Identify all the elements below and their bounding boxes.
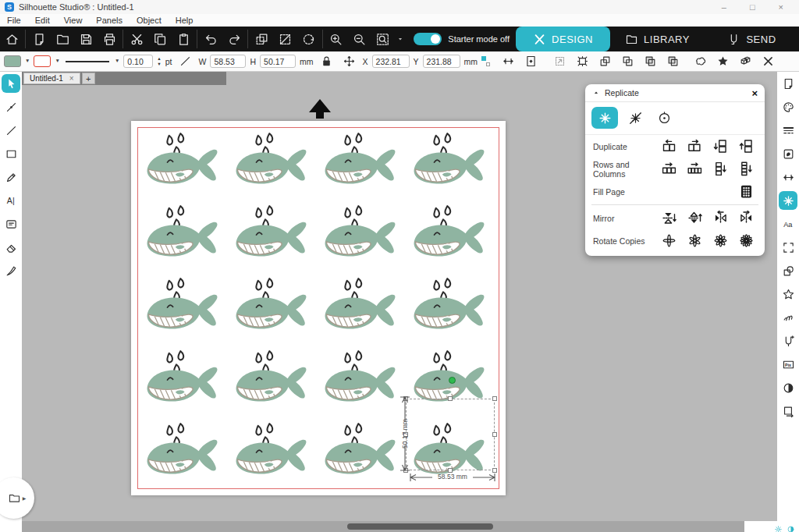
transform-panel-button[interactable] [779, 168, 797, 186]
whale-graphic[interactable] [411, 204, 492, 268]
text-style-panel-button[interactable]: Aa [779, 215, 797, 233]
trace-panel-button[interactable] [779, 378, 797, 397]
whale-item[interactable] [318, 199, 407, 271]
rotate-two-copies-button[interactable] [683, 231, 707, 251]
design-page[interactable]: 50.17 mm 58.53 mm [131, 121, 506, 495]
restore-button[interactable]: □ [750, 2, 755, 12]
pixscan-panel-button[interactable]: Pix [779, 355, 797, 374]
advanced-replicate-tab-button[interactable] [623, 107, 647, 129]
whale-item[interactable] [318, 345, 407, 417]
stepper-down-icon[interactable]: ▼ [157, 62, 161, 67]
rectangle-tool[interactable] [2, 144, 20, 163]
home-button[interactable] [0, 28, 23, 50]
new-document-button[interactable] [27, 28, 51, 50]
whale-item[interactable] [140, 126, 229, 199]
line-style-sample[interactable] [66, 61, 109, 62]
mirror-above-button[interactable] [683, 208, 707, 229]
select-tool[interactable] [2, 74, 20, 93]
text-tool[interactable]: A| [2, 191, 20, 210]
whale-item[interactable] [229, 271, 318, 344]
free-rotate-button[interactable] [297, 28, 321, 50]
row-of-three-button[interactable] [657, 159, 681, 179]
rotate-one-copy-button[interactable] [657, 231, 681, 251]
document-tab-close-icon[interactable]: × [69, 74, 74, 83]
selection-handle[interactable] [448, 396, 453, 401]
whale-item[interactable] [229, 345, 318, 417]
center-to-page-button[interactable] [521, 53, 540, 70]
collapse-chevron-icon[interactable] [592, 89, 600, 97]
whale-graphic[interactable] [144, 204, 225, 268]
force-panel-button[interactable] [779, 332, 797, 350]
starter-mode-toggle[interactable] [414, 33, 442, 45]
replicate-tab-button[interactable] [591, 107, 618, 129]
whale-item[interactable] [407, 271, 496, 344]
height-input[interactable]: 50.17 [260, 55, 296, 68]
fill-style-panel-button[interactable] [779, 144, 797, 163]
new-tab-button[interactable]: + [82, 73, 95, 84]
row-of-four-button[interactable] [683, 159, 707, 179]
menu-view[interactable]: View [57, 16, 90, 25]
fill-color-caret-icon[interactable]: ▼ [25, 59, 30, 64]
delete-button[interactable] [758, 53, 777, 70]
duplicate-left-button[interactable] [657, 137, 681, 157]
whale-graphic[interactable] [322, 421, 403, 485]
preferences-gear-button[interactable] [774, 523, 783, 531]
whale-graphic[interactable] [322, 276, 403, 340]
freehand-tool[interactable] [2, 168, 20, 186]
page-setup-panel-button[interactable] [779, 74, 797, 93]
menu-edit[interactable]: Edit [28, 16, 57, 25]
whale-item[interactable] [407, 199, 496, 271]
replicate-forward-button[interactable] [595, 53, 614, 70]
whale-item[interactable] [407, 126, 496, 199]
menu-help[interactable]: Help [169, 16, 201, 25]
rotate-center-tab-button[interactable] [652, 107, 676, 129]
whale-item[interactable] [140, 417, 229, 490]
zoom-in-button[interactable] [325, 28, 348, 50]
sketch-panel-button[interactable] [779, 308, 797, 327]
column-of-three-button[interactable] [708, 159, 733, 179]
replicate-panel-button[interactable] [779, 191, 797, 210]
whale-item[interactable] [318, 417, 407, 490]
whale-graphic[interactable] [411, 131, 492, 195]
weld-button[interactable] [691, 53, 709, 70]
whale-graphic[interactable] [233, 349, 314, 413]
whale-graphic[interactable] [144, 276, 225, 340]
menu-file[interactable]: File [0, 16, 28, 25]
whale-graphic[interactable] [144, 131, 225, 195]
stepper-up-icon[interactable]: ▲ [157, 56, 161, 62]
scale-button[interactable] [550, 53, 569, 70]
whale-graphic[interactable] [144, 421, 225, 485]
offset-panel-button[interactable] [779, 238, 797, 257]
close-button[interactable]: × [779, 2, 783, 12]
horizontal-scrollbar[interactable] [347, 523, 493, 530]
point-edit-tool[interactable] [2, 98, 20, 116]
menu-panels[interactable]: Panels [89, 16, 130, 25]
fill-page-button[interactable] [734, 182, 758, 202]
line-weight-stepper[interactable]: ▲▼ [157, 56, 161, 66]
whale-item[interactable] [140, 345, 229, 417]
paste-button[interactable] [172, 28, 195, 50]
deselect-button[interactable] [274, 28, 297, 50]
tab-design[interactable]: DESIGN [516, 27, 610, 51]
whale-graphic[interactable] [144, 349, 225, 413]
offset-star-button[interactable] [713, 53, 732, 70]
selection-box[interactable] [406, 399, 495, 470]
knife-tool[interactable] [2, 261, 20, 280]
line-style-panel-button[interactable] [779, 121, 797, 140]
selection-handle[interactable] [492, 432, 497, 437]
fill-color-swatch[interactable] [4, 55, 21, 67]
redo-button[interactable] [222, 28, 246, 50]
cut-button[interactable] [125, 28, 148, 50]
whale-item[interactable] [229, 126, 318, 199]
lock-aspect-button[interactable] [318, 53, 336, 70]
rotate-five-copies-button[interactable] [734, 231, 758, 251]
line-color-swatch[interactable] [34, 55, 51, 67]
print-button[interactable] [98, 28, 121, 50]
transform-frame-button[interactable] [573, 53, 591, 70]
whale-graphic[interactable] [411, 276, 492, 340]
tab-library[interactable]: LIBRARY [610, 27, 705, 51]
save-button[interactable] [74, 28, 98, 50]
whale-graphic[interactable] [233, 421, 314, 485]
duplicate-below-button[interactable] [708, 137, 733, 157]
menu-object[interactable]: Object [130, 16, 169, 25]
